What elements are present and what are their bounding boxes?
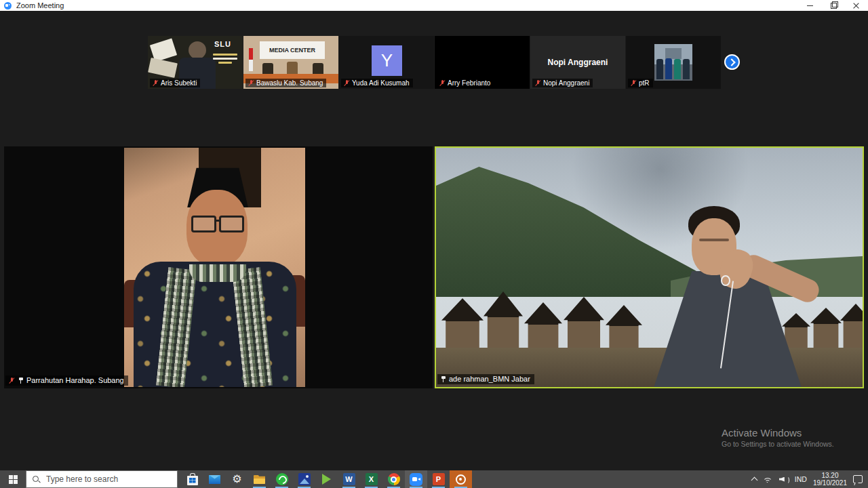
media-center-banner: MEDIA CENTER [260, 41, 325, 59]
excel-icon[interactable]: X [360, 470, 382, 488]
seated-person [287, 62, 298, 74]
participant-thumbnail-yuda[interactable]: Y Yuda Adi Kusumah [339, 36, 434, 89]
zoom-taskbar-icon[interactable] [405, 470, 427, 488]
pin-icon [440, 375, 446, 382]
screen-recorder-icon[interactable] [450, 470, 472, 488]
restore-button[interactable] [822, 0, 845, 11]
thumbnail-name-label: Yuda Adi Kusumah [341, 79, 413, 87]
start-button[interactable] [0, 470, 26, 488]
zoom-meeting-window: Zoom Meeting SLU Aris Subekti MEDIA CENT… [0, 0, 868, 488]
tray-time: 13.20 [821, 472, 838, 479]
seated-person [262, 63, 273, 74]
participant-thumbnail-nopi[interactable]: Nopi Anggraeni Nopi Anggraeni [530, 36, 625, 89]
wifi-icon[interactable] [763, 475, 773, 483]
photo-person [665, 58, 672, 79]
volume-icon[interactable] [779, 476, 789, 483]
taskbar-clock[interactable]: 13.20 19/10/2021 [813, 472, 847, 487]
windows-taskbar: ⚙ W X P [0, 470, 868, 488]
mic-muted-icon [248, 80, 254, 87]
word-icon[interactable]: W [338, 470, 360, 488]
mic-muted-icon [534, 80, 541, 87]
mic-muted-icon [8, 377, 15, 384]
thumbnail-name-label: Aris Subekti [150, 79, 200, 87]
whatsapp-icon[interactable] [271, 470, 293, 488]
powerpoint-icon[interactable]: P [427, 470, 450, 488]
pin-icon [18, 377, 24, 384]
speaker-eyebrows [699, 239, 729, 241]
thumbnail-name-label: Bawaslu Kab. Subang [245, 79, 326, 87]
photo-person [683, 59, 690, 79]
participant-thumbnail-ptr[interactable]: ptR [626, 36, 721, 89]
glasses [190, 216, 245, 230]
tray-date: 19/10/2021 [813, 479, 847, 487]
file-explorer-icon[interactable] [248, 470, 271, 488]
mic-muted-icon [630, 80, 637, 87]
participant-silhouette [189, 41, 206, 59]
participant-name-label: ade rahman_BMN Jabar [437, 374, 534, 384]
thumbnail-name-label: ptR [628, 79, 653, 87]
virtual-bg-text: SLU [214, 40, 231, 48]
photo-building [665, 48, 682, 59]
watermark-title: Activate Windows [722, 427, 834, 439]
activate-windows-watermark: Activate Windows Go to Settings to activ… [722, 427, 834, 448]
participant-name-label: Parrahutan Harahap. Subang [5, 375, 128, 386]
video-tile-parrahutan[interactable]: Parrahutan Harahap. Subang [4, 146, 433, 388]
window-titlebar: Zoom Meeting [0, 0, 868, 11]
next-participants-page-button[interactable] [724, 54, 740, 70]
watermark-subtitle: Go to Settings to activate Windows. [722, 440, 834, 448]
participant-thumbnail-arry[interactable]: Arry Febrianto [435, 36, 530, 89]
thumbnail-name-label: Arry Febrianto [437, 79, 494, 87]
thumbnail-name-label: Nopi Anggraeni [532, 79, 593, 87]
virtual-bg-notebook [148, 58, 178, 78]
participant-thumbnail-aris[interactable]: SLU Aris Subekti [148, 36, 243, 89]
mic-muted-icon [343, 80, 350, 87]
media-player-icon[interactable] [315, 470, 338, 488]
virtual-bg-textline [218, 62, 232, 64]
mic-muted-icon [439, 80, 446, 87]
store-icon[interactable] [181, 470, 203, 488]
mic-muted-icon [152, 80, 159, 87]
avatar: Y [372, 45, 402, 76]
virtual-bg-textline [213, 54, 237, 56]
settings-icon[interactable]: ⚙ [226, 470, 248, 488]
chrome-icon[interactable] [382, 470, 405, 488]
close-button[interactable] [845, 0, 868, 11]
taskbar-search[interactable] [26, 470, 178, 488]
flag [249, 48, 253, 71]
language-indicator[interactable]: IND [795, 475, 807, 483]
zoom-app-icon [4, 2, 12, 9]
action-center-icon[interactable] [853, 475, 863, 483]
scarf [189, 264, 246, 282]
search-input[interactable] [45, 474, 167, 485]
photo-person [656, 59, 663, 79]
mail-icon[interactable] [203, 470, 226, 488]
photos-icon[interactable] [293, 470, 315, 488]
search-icon [32, 475, 40, 483]
group-photo [654, 44, 692, 81]
earphone [721, 275, 730, 286]
virtual-bg-textline [213, 58, 237, 60]
window-title: Zoom Meeting [16, 1, 64, 9]
photo-person [674, 59, 681, 79]
show-hidden-icons-chevron[interactable] [751, 477, 757, 484]
participant-thumbnail-bawaslu[interactable]: MEDIA CENTER Bawaslu Kab. Subang [243, 36, 338, 89]
windows-logo-icon [9, 475, 18, 484]
seated-person [313, 63, 323, 74]
video-tile-ade-rahman[interactable]: ade rahman_BMN Jabar [435, 146, 864, 388]
video-feed [124, 148, 305, 387]
system-tray: IND 13.20 19/10/2021 [752, 470, 868, 488]
minimize-button[interactable] [799, 0, 822, 11]
